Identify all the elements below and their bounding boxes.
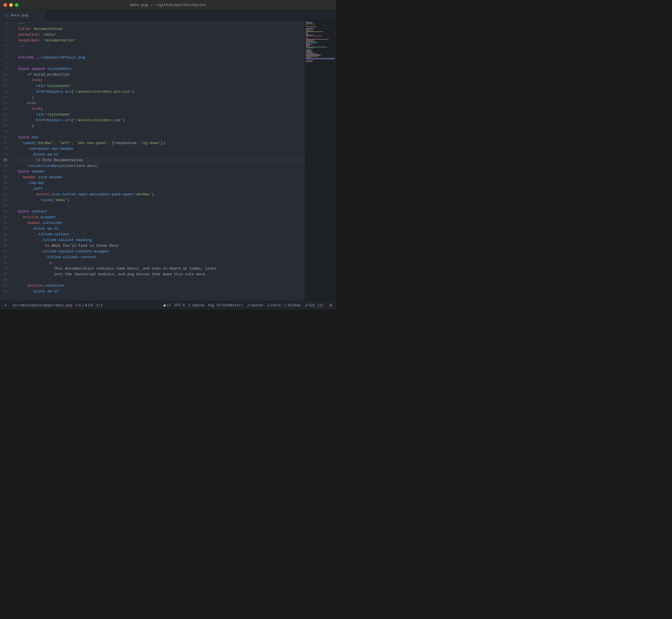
github-button[interactable]: ⬡ GitHub — [284, 303, 300, 307]
code-line[interactable]: .titled-callout — [18, 232, 305, 237]
code-line[interactable]: +collectionNav(collections.docs) — [18, 163, 305, 169]
code-line[interactable]: link( — [18, 106, 305, 112]
code-line[interactable]: ) — [18, 95, 305, 100]
code-line[interactable]: h1 What You'll Find in these Docs — [18, 243, 305, 249]
code-line[interactable]: rel='stylesheet' — [18, 112, 305, 118]
code-editor[interactable]: ---title: Documentationpermalink: /docs/… — [16, 20, 305, 301]
code-line[interactable]: --- — [18, 43, 305, 49]
code-line[interactable]: rel='stylesheet' — [18, 83, 305, 89]
code-line[interactable]: header.container — [18, 220, 305, 226]
github-icon: ⬡ — [284, 303, 287, 307]
code-line[interactable]: bodyClass: 'documentation' — [18, 38, 305, 43]
code-line[interactable]: href=helpers.url('/assets/css/docs.min.c… — [18, 89, 305, 95]
code-line[interactable]: href=helpers.url('/assets/css/docs.css') — [18, 118, 305, 123]
code-line[interactable]: .block.sm-12 — [18, 289, 305, 294]
code-line[interactable]: +icon('menu') — [18, 197, 305, 203]
status-left: src/metalsmith/pages/docs.pug ⊘ 0 ⚠ 0 ℹ … — [12, 303, 103, 307]
status-dot — [163, 304, 166, 306]
code-line[interactable]: ) — [18, 123, 305, 129]
traffic-lights[interactable] — [3, 3, 18, 7]
minimap[interactable] — [305, 20, 336, 301]
code-line[interactable]: block nav — [18, 135, 305, 140]
title-bar: docs.pug — ~/github/mysites/mysite — [0, 0, 336, 10]
git-branch[interactable]: ⎇ master — [247, 303, 264, 307]
tab-docs-pug[interactable]: 🐾 docs.pug — [0, 10, 46, 20]
code-line[interactable] — [18, 49, 305, 55]
maximize-button[interactable] — [15, 3, 18, 7]
code-line[interactable]: .left — [18, 186, 305, 192]
add-button[interactable]: + — [3, 303, 8, 308]
editor-area[interactable]: 1234567891011121314151617181920212223242… — [0, 20, 336, 301]
code-line[interactable]: title: Documentation — [18, 26, 305, 32]
info-icon: ℹ — [88, 303, 90, 307]
code-line[interactable]: block append stylesheets — [18, 66, 305, 72]
encoding[interactable]: UTF-8 — [175, 303, 185, 307]
code-line[interactable]: section.container — [18, 283, 305, 289]
code-line[interactable]: extends ../layouts/default.pug — [18, 55, 305, 61]
indentation[interactable]: 2 Spaces — [188, 303, 205, 307]
code-line[interactable]: header.site-header — [18, 175, 305, 180]
code-line[interactable] — [18, 277, 305, 283]
code-line[interactable]: else — [18, 100, 305, 106]
line-numbers: 1234567891011121314151617181920212223242… — [0, 20, 12, 301]
code-line[interactable] — [18, 203, 305, 209]
code-line[interactable]: permalink: /docs/ — [18, 32, 305, 38]
editor-main: 1234567891011121314151617181920212223242… — [0, 20, 336, 301]
code-line[interactable]: p. — [18, 260, 305, 266]
code-line[interactable]: link( — [18, 78, 305, 83]
fetch-icon: ↻ — [267, 303, 269, 307]
code-line[interactable] — [18, 129, 305, 135]
status-bar: + src/metalsmith/pages/docs.pug ⊘ 0 ⚠ 0 … — [0, 301, 336, 310]
code-line[interactable]: h1 Site Documentation — [18, 157, 305, 163]
code-line[interactable]: .titled-callout-content — [18, 255, 305, 260]
branch-icon: ⎇ — [247, 303, 251, 307]
cursor-position[interactable]: 1:1 — [96, 303, 103, 307]
code-line[interactable]: article.wrapper — [18, 214, 305, 220]
tab-bar: 🐾 docs.pug — [0, 10, 336, 20]
code-line[interactable]: if build.production — [18, 72, 305, 78]
error-icon: ⊘ — [76, 303, 78, 307]
code-line[interactable]: block header — [18, 169, 305, 175]
code-line[interactable]: into the Javascript modules, and pug mix… — [18, 272, 305, 277]
code-line[interactable]: --- — [18, 20, 305, 26]
code-line[interactable]: This documentation contains some basic, … — [18, 266, 305, 272]
arrow-indicator: › — [12, 20, 16, 301]
git-icon: ⎇ — [304, 303, 308, 307]
code-line[interactable]: .container.nav-header — [18, 146, 305, 152]
syntax[interactable]: Pug (FrontMatter) — [208, 303, 243, 307]
line-ending[interactable]: LF — [163, 303, 171, 307]
tab-file-icon: 🐾 — [5, 13, 9, 17]
window-title: docs.pug — ~/github/mysites/mysite — [130, 3, 206, 7]
code-line[interactable]: block content — [18, 209, 305, 214]
code-line[interactable]: .block.sm-12 — [18, 226, 305, 232]
tab-label: docs.pug — [11, 13, 28, 17]
minimize-button[interactable] — [9, 3, 13, 7]
close-button[interactable] — [3, 3, 7, 7]
code-line[interactable]: .top-bar — [18, 180, 305, 186]
git-status[interactable]: ⎇ Git (1) — [304, 303, 324, 307]
warning-icon: ⚠ — [82, 303, 84, 307]
code-line[interactable]: +pane('docNav', 'left', 'doc-nav-pane', … — [18, 140, 305, 146]
code-line[interactable]: button.icon-button.open-menu(data-pane-o… — [18, 192, 305, 197]
error-count[interactable]: ⊘ 0 ⚠ 0 ℹ 0 — [76, 303, 93, 307]
file-path[interactable]: src/metalsmith/pages/docs.pug — [12, 303, 72, 307]
close-panel-button[interactable]: ✕ — [328, 303, 333, 308]
fetch-button[interactable]: ↻ Fetch — [267, 303, 281, 307]
code-line[interactable]: .titled-callout-heading — [18, 237, 305, 243]
code-line[interactable]: .block.sm-12 — [18, 152, 305, 157]
code-line[interactable]: .titled-callout-content-wrapper — [18, 249, 305, 255]
code-line[interactable] — [18, 61, 305, 66]
status-right: LF UTF-8 2 Spaces Pug (FrontMatter) ⎇ ma… — [163, 303, 324, 307]
